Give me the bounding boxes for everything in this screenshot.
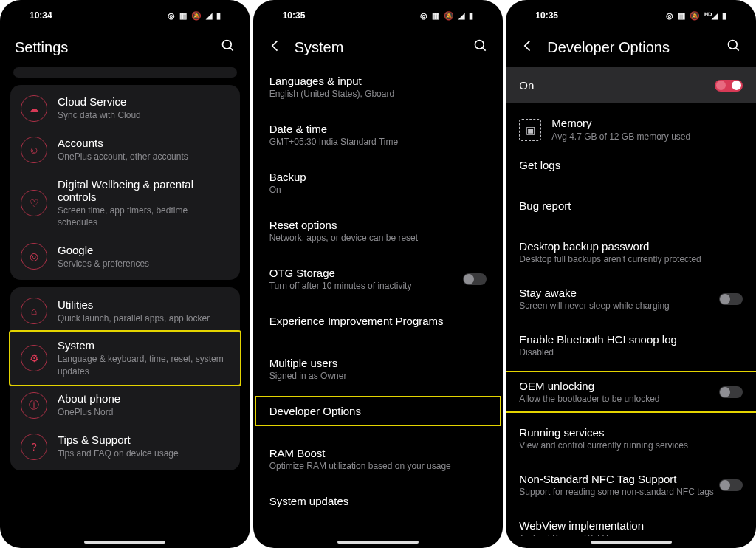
page-title: Developer Options — [547, 39, 715, 56]
system-row-power-off[interactable]: Power Off — [256, 530, 501, 536]
dev-row-non-standard-nfc-tag-support[interactable]: Non-Standard NFC Tag SupportSupport for … — [506, 465, 756, 504]
settings-row-about-phone[interactable]: ⓘAbout phoneOnePlus Nord — [10, 385, 240, 426]
header: Settings — [0, 27, 250, 67]
system-content[interactable]: Languages & inputEnglish (United States)… — [253, 67, 504, 536]
dev-row-enable-bluetooth-hci-snoop-log[interactable]: Enable Bluetooth HCI snoop logDisabled — [506, 326, 756, 365]
system-row-ram-boost[interactable]: RAM BoostOptimize RAM utilization based … — [256, 439, 501, 479]
dev-row-stay-awake[interactable]: Stay awakeScreen will never sleep while … — [506, 279, 756, 318]
battery-icon: ▮ — [722, 11, 726, 21]
row-subtitle: Allow the bootloader to be unlocked — [519, 394, 743, 404]
system-row-languages-input[interactable]: Languages & inputEnglish (United States)… — [256, 67, 501, 106]
settings-row-digital-wellbeing-parental-controls[interactable]: ♡Digital Wellbeing & parental controlsSc… — [10, 171, 240, 236]
system-row-backup[interactable]: BackupOn — [256, 163, 501, 202]
system-row-date-time[interactable]: Date & timeGMT+05:30 India Standard Time — [256, 115, 501, 154]
row-subtitle: OnePlus Nord — [58, 406, 230, 418]
toggle[interactable] — [719, 293, 743, 305]
hotspot-icon: ◎ — [666, 11, 673, 21]
calendar-icon: ▦ — [678, 11, 685, 21]
row-title: OEM unlocking — [519, 380, 743, 392]
system-row-system-updates[interactable]: System updates — [256, 487, 501, 515]
screen-system: 10:35 ◎ ▦ 🔕 ◢ ▮ System Languages & input… — [253, 0, 504, 548]
settings-row-accounts[interactable]: ☺AccountsOnePlus account, other accounts — [10, 129, 240, 171]
settings-group-system: ⌂UtilitiesQuick launch, parallel apps, a… — [10, 287, 240, 470]
svg-line-1 — [230, 48, 233, 51]
developer-content[interactable]: On ▣ Memory Avg 4.7 GB of 12 GB memory u… — [506, 67, 756, 536]
signal-hd-icon: ᴴᴰ◢ — [704, 11, 718, 21]
dev-row-oem-unlocking[interactable]: OEM unlockingAllow the bootloader to be … — [506, 372, 756, 411]
signal-icon: ◢ — [458, 11, 464, 21]
row-title: Date & time — [269, 123, 487, 135]
utilities-icon: ⌂ — [21, 298, 47, 324]
search-icon[interactable] — [473, 38, 488, 57]
dev-row-get-logs[interactable]: Get logs — [506, 151, 756, 179]
system-row-developer-options[interactable]: Developer Options — [256, 397, 501, 425]
toggle[interactable] — [463, 273, 487, 285]
row-subtitle: View and control currently running servi… — [519, 440, 743, 451]
home-indicator[interactable] — [337, 541, 419, 544]
screen-developer-options: 10:35 ◎ ▦ 🔕 ᴴᴰ◢ ▮ Developer Options On — [506, 0, 756, 548]
master-toggle-row[interactable]: On — [506, 67, 756, 103]
section-stub — [13, 67, 237, 78]
dev-row-desktop-backup-password[interactable]: Desktop backup passwordDesktop full back… — [506, 233, 756, 272]
row-title: System — [58, 339, 230, 352]
hotspot-icon: ◎ — [168, 11, 175, 21]
status-bar: 10:35 ◎ ▦ 🔕 ◢ ▮ — [253, 0, 504, 27]
row-title: Tips & Support — [58, 434, 230, 446]
settings-row-google[interactable]: ◎GoogleServices & preferences — [10, 236, 240, 277]
google-icon: ◎ — [21, 243, 47, 270]
row-subtitle: Disabled — [519, 347, 743, 357]
dev-row-running-services[interactable]: Running servicesView and control current… — [506, 419, 756, 458]
row-title: Experience Improvement Programs — [269, 315, 487, 327]
home-indicator[interactable] — [591, 541, 672, 544]
status-icons: ◎ ▦ 🔕 ᴴᴰ◢ ▮ — [666, 11, 726, 21]
settings-row-cloud-service[interactable]: ☁Cloud ServiceSync data with Cloud — [10, 88, 240, 129]
toggle[interactable] — [719, 386, 743, 398]
search-icon[interactable] — [221, 38, 236, 57]
settings-row-utilities[interactable]: ⌂UtilitiesQuick launch, parallel apps, a… — [10, 290, 240, 332]
page-title: Settings — [15, 39, 209, 56]
row-subtitle: Screen time, app timers, bedtime schedul… — [58, 205, 230, 228]
row-subtitle: Quick launch, parallel apps, app locker — [58, 312, 230, 324]
settings-row-system[interactable]: ⚙SystemLanguage & keyboard, time, reset,… — [10, 332, 240, 384]
system-row-multiple-users[interactable]: Multiple usersSigned in as Owner — [256, 349, 501, 388]
battery-icon: ▮ — [469, 11, 473, 21]
row-title: Enable Bluetooth HCI snoop log — [519, 333, 743, 346]
clock: 10:34 — [30, 10, 52, 21]
header: Developer Options — [506, 27, 756, 67]
calendar-icon: ▦ — [432, 11, 439, 21]
clock: 10:35 — [283, 10, 306, 21]
row-subtitle: Optimize RAM utilization based on your u… — [269, 461, 487, 471]
search-icon[interactable] — [726, 38, 741, 57]
system-row-experience-improvement-programs[interactable]: Experience Improvement Programs — [256, 307, 501, 335]
settings-content[interactable]: ☁Cloud ServiceSync data with Cloud☺Accou… — [0, 67, 250, 536]
svg-line-3 — [483, 48, 486, 51]
row-title: Languages & input — [269, 75, 487, 87]
header: System — [253, 27, 504, 67]
toggle[interactable] — [719, 479, 743, 491]
row-title: WebView implementation — [519, 519, 743, 532]
mute-icon: 🔕 — [444, 11, 454, 21]
back-icon[interactable] — [520, 38, 535, 57]
system-row-otg-storage[interactable]: OTG StorageTurn off after 10 minutes of … — [256, 259, 501, 298]
row-subtitle: Tips and FAQ on device usage — [58, 448, 230, 459]
system-row-reset-options[interactable]: Reset optionsNetwork, apps, or device ca… — [256, 211, 501, 250]
settings-row-tips-support[interactable]: ?Tips & SupportTips and FAQ on device us… — [10, 426, 240, 467]
row-subtitle: On — [269, 185, 487, 195]
row-title: Cloud Service — [58, 95, 230, 108]
back-icon[interactable] — [268, 38, 283, 57]
master-toggle[interactable] — [715, 80, 743, 92]
signal-icon: ◢ — [206, 11, 212, 21]
row-title: Running services — [519, 426, 743, 439]
status-bar: 10:35 ◎ ▦ 🔕 ᴴᴰ◢ ▮ — [506, 0, 756, 27]
row-subtitle: OnePlus account, other accounts — [58, 151, 230, 162]
memory-row[interactable]: ▣ Memory Avg 4.7 GB of 12 GB memory used — [506, 108, 756, 151]
row-title: Utilities — [58, 298, 230, 311]
dev-row-webview-implementation[interactable]: WebView implementationAndroid System Web… — [506, 512, 756, 536]
row-subtitle: Language & keyboard, time, reset, system… — [58, 353, 230, 377]
row-subtitle: Turn off after 10 minutes of inactivity — [269, 281, 487, 291]
home-indicator[interactable] — [84, 541, 165, 544]
on-label: On — [519, 79, 534, 92]
row-subtitle: Android System WebView — [519, 533, 743, 536]
dev-row-bug-report[interactable]: Bug report — [506, 192, 756, 219]
svg-point-0 — [222, 41, 231, 49]
